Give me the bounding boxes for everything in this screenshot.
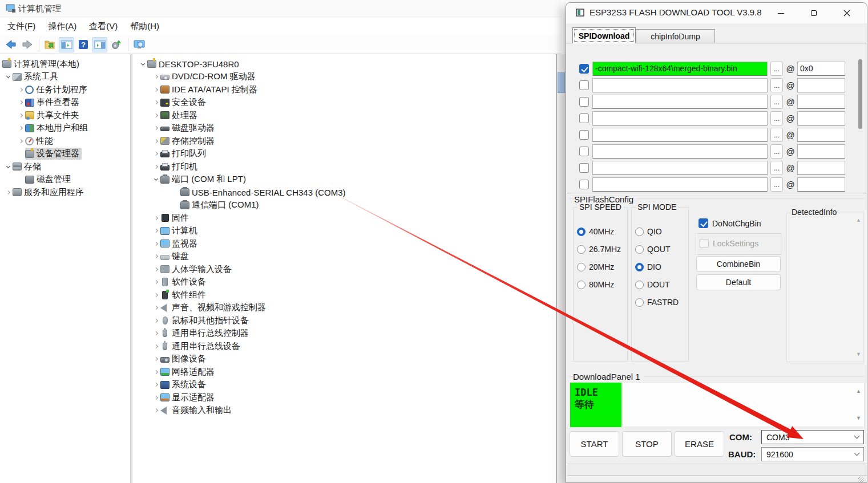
expander-icon[interactable] xyxy=(151,263,160,276)
expander-icon[interactable] xyxy=(151,314,160,327)
tree-item[interactable]: 安全设备 xyxy=(132,96,556,109)
device-tree-scrollbar[interactable] xyxy=(557,54,566,483)
scroll-down-icon[interactable]: ▼ xyxy=(856,416,861,421)
expander-icon[interactable] xyxy=(16,135,25,148)
tree-item[interactable]: 通用串行总线设备 xyxy=(132,340,556,353)
expander-icon[interactable] xyxy=(151,391,160,404)
radio-icon[interactable] xyxy=(577,263,586,271)
expander-icon[interactable] xyxy=(151,212,160,225)
radio-icon[interactable] xyxy=(635,263,644,271)
file-address-field[interactable] xyxy=(797,111,845,125)
expander-icon[interactable] xyxy=(151,289,160,302)
file-list-scrollbar[interactable] xyxy=(858,59,862,129)
tree-item[interactable]: 打印机 xyxy=(132,160,556,173)
spi-speed-option-80mhz[interactable]: 80MHz xyxy=(577,279,621,290)
browse-button[interactable]: ... xyxy=(770,78,783,92)
file-checkbox[interactable] xyxy=(579,80,589,90)
tree-item[interactable]: 共享文件夹 xyxy=(0,109,130,122)
tree-item[interactable]: 系统设备 xyxy=(132,379,556,392)
browse-button[interactable]: ... xyxy=(770,144,783,159)
expander-icon[interactable] xyxy=(151,135,160,148)
expander-icon[interactable] xyxy=(151,327,160,340)
close-button[interactable] xyxy=(834,4,859,22)
expander-icon[interactable] xyxy=(3,186,13,199)
checkbox-icon[interactable] xyxy=(699,218,708,228)
file-checkbox[interactable] xyxy=(579,130,589,140)
spi-mode-option-qout[interactable]: QOUT xyxy=(635,244,679,254)
expander-icon[interactable] xyxy=(151,250,160,263)
spi-mode-option-dio[interactable]: DIO xyxy=(635,262,679,272)
spi-speed-option-26mhz[interactable]: 26.7MHz xyxy=(577,244,621,254)
tree-item[interactable]: 处理器 xyxy=(132,109,556,122)
radio-icon[interactable] xyxy=(577,281,586,289)
browse-button[interactable]: ... xyxy=(770,62,783,76)
tree-item[interactable]: 网络适配器 xyxy=(132,366,556,379)
file-path-field[interactable] xyxy=(592,144,768,159)
file-path-field[interactable] xyxy=(592,111,768,125)
file-path-field[interactable] xyxy=(592,128,768,142)
show-console-tree-icon[interactable] xyxy=(59,37,74,52)
radio-icon[interactable] xyxy=(577,245,586,254)
expander-icon[interactable] xyxy=(151,225,160,238)
download-log[interactable]: ▲ ▼ xyxy=(623,383,865,427)
spi-mode-option-fastrd[interactable]: FASTRD xyxy=(635,297,679,307)
back-icon[interactable] xyxy=(3,37,18,52)
tree-item[interactable]: 系统工具 xyxy=(0,71,130,84)
file-address-field[interactable] xyxy=(797,78,845,92)
help-icon[interactable]: ? xyxy=(75,37,91,52)
expander-icon[interactable] xyxy=(3,160,13,173)
file-address-field[interactable] xyxy=(797,177,845,192)
tree-item[interactable]: IDE ATA/ATAPI 控制器 xyxy=(132,83,556,96)
expander-icon[interactable] xyxy=(151,379,160,392)
spi-speed-option-20mhz[interactable]: 20MHz xyxy=(577,262,621,272)
file-checkbox[interactable] xyxy=(579,147,589,156)
erase-button[interactable]: ERASE xyxy=(675,431,724,457)
tree-item[interactable]: 磁盘管理 xyxy=(0,173,130,186)
tree-item[interactable]: 声音、视频和游戏控制器 xyxy=(132,302,556,315)
tree-item[interactable]: 通信端口 (COM1) xyxy=(132,199,556,212)
radio-icon[interactable] xyxy=(577,228,586,236)
file-checkbox[interactable] xyxy=(579,97,589,107)
menu-view[interactable]: 查看(V) xyxy=(83,17,124,35)
browse-button[interactable]: ... xyxy=(770,177,783,192)
spi-mode-option-qio[interactable]: QIO xyxy=(635,226,679,237)
expander-icon[interactable] xyxy=(151,353,160,366)
menu-help[interactable]: 帮助(H) xyxy=(124,17,165,35)
expander-icon[interactable] xyxy=(151,366,160,379)
menu-file[interactable]: 文件(F) xyxy=(1,17,42,35)
file-path-field[interactable]: -compact-wifi-128x64\merged-binary.bin xyxy=(592,62,768,76)
file-address-field[interactable]: 0x0 xyxy=(797,62,845,76)
file-checkbox[interactable] xyxy=(579,64,589,74)
tree-item[interactable]: 软件设备 xyxy=(132,276,556,289)
tree-item[interactable]: 任务计划程序 xyxy=(0,83,130,96)
forward-icon[interactable] xyxy=(19,37,35,52)
tree-item[interactable]: 计算机管理(本地) xyxy=(0,58,130,71)
tree-item[interactable]: 存储 xyxy=(0,160,130,173)
tree-item[interactable]: 音频输入和输出 xyxy=(132,404,556,417)
combinebin-button[interactable]: CombineBin xyxy=(696,256,781,272)
scroll-up-icon[interactable]: ▲ xyxy=(856,218,861,223)
tree-item[interactable]: 事件查看器 xyxy=(0,96,130,109)
radio-icon[interactable] xyxy=(635,245,644,254)
tree-item[interactable]: USB-Enhanced-SERIAL CH343 (COM3) xyxy=(132,186,556,199)
expander-icon[interactable] xyxy=(16,96,25,109)
tree-item[interactable]: 图像设备 xyxy=(132,353,556,366)
file-checkbox[interactable] xyxy=(579,163,589,173)
expander-icon[interactable] xyxy=(151,148,160,161)
tree-item[interactable]: 显示适配器 xyxy=(132,391,556,404)
tree-item[interactable]: 服务和应用程序 xyxy=(0,186,130,199)
tree-item[interactable]: 计算机 xyxy=(132,225,556,238)
tab-chipinfodump[interactable]: chipInfoDump xyxy=(636,29,715,43)
start-button[interactable]: START xyxy=(570,431,619,457)
expander-icon[interactable] xyxy=(151,109,160,122)
expander-icon[interactable] xyxy=(151,237,160,250)
tree-item[interactable]: 磁盘驱动器 xyxy=(132,122,556,135)
tree-item[interactable]: 软件组件 xyxy=(132,289,556,302)
expander-icon[interactable] xyxy=(151,276,160,289)
browse-button[interactable]: ... xyxy=(770,111,783,125)
baud-rate-select[interactable]: 921600 xyxy=(761,447,864,461)
file-address-field[interactable] xyxy=(797,128,845,142)
expander-icon[interactable] xyxy=(151,404,160,417)
detectedinfo-panel[interactable]: ▲ ▼ xyxy=(786,213,864,362)
expander-icon[interactable] xyxy=(151,122,160,135)
